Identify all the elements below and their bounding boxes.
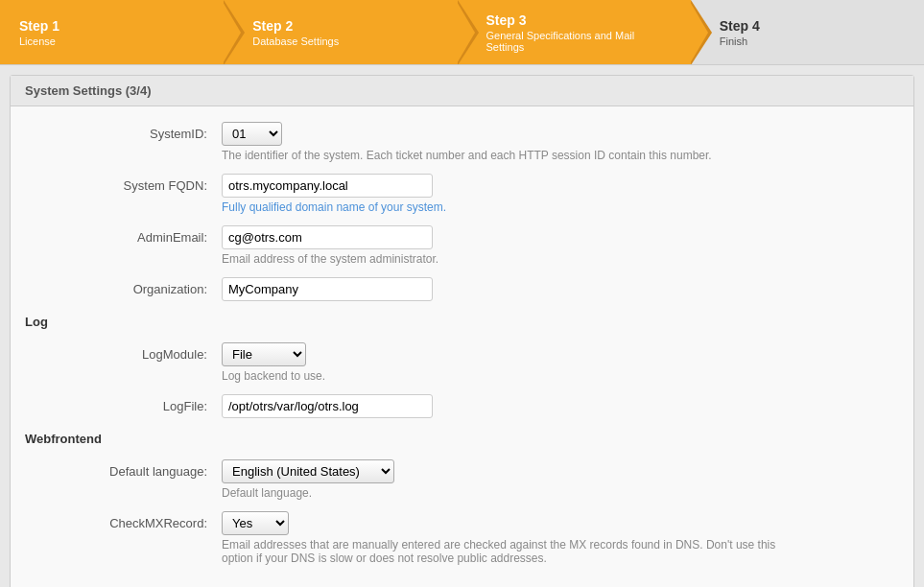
wizard-step-1[interactable]: Step 1 License [0, 0, 224, 64]
fqdn-row: System FQDN: Fully qualified domain name… [11, 168, 913, 220]
defaultlang-row: Default language: English (United States… [11, 454, 913, 505]
step4-number: Step 4 [720, 18, 905, 34]
organization-field [222, 277, 797, 301]
section-header: System Settings (3/4) [11, 76, 913, 106]
webfrontend-section-label: Webfrontend [11, 424, 913, 454]
wizard-step-3[interactable]: Step 3 General Specifications and Mail S… [458, 0, 691, 64]
wizard-step-4[interactable]: Step 4 Finish [691, 0, 924, 64]
adminemail-field: Email address of the system administrato… [222, 225, 797, 266]
checkmx-select[interactable]: Yes No [222, 511, 289, 535]
systemid-row: SystemID: 01 02 03 The identifier of the… [11, 116, 913, 168]
fqdn-help: Fully qualified domain name of your syst… [222, 200, 797, 214]
step1-number: Step 1 [19, 18, 204, 34]
adminemail-row: AdminEmail: Email address of the system … [11, 220, 913, 271]
logmodule-help: Log backend to use. [222, 369, 797, 383]
adminemail-label: AdminEmail: [11, 225, 222, 245]
step1-name: License [19, 35, 204, 47]
log-section-label: Log [11, 307, 913, 337]
fqdn-input[interactable] [222, 174, 433, 198]
step4-name: Finish [720, 35, 905, 47]
wizard-step-2[interactable]: Step 2 Database Settings [224, 0, 457, 64]
logmodule-row: LogModule: File Syslog Log backend to us… [11, 337, 913, 388]
systemid-help: The identifier of the system. Each ticke… [222, 149, 797, 162]
logfile-field [222, 394, 797, 418]
logmodule-field: File Syslog Log backend to use. [222, 342, 797, 383]
logfile-label: LogFile: [11, 394, 222, 413]
checkmx-label: CheckMXRecord: [11, 511, 222, 530]
systemid-select[interactable]: 01 02 03 [222, 122, 282, 146]
form-body: SystemID: 01 02 03 The identifier of the… [11, 106, 913, 580]
logfile-input[interactable] [222, 394, 433, 418]
checkmx-field: Yes No Email addresses that are manually… [222, 511, 797, 565]
section-title: System Settings (3/4) [25, 83, 152, 98]
step2-number: Step 2 [252, 18, 438, 34]
fqdn-field: Fully qualified domain name of your syst… [222, 174, 797, 214]
logmodule-select[interactable]: File Syslog [222, 342, 306, 366]
step2-name: Database Settings [252, 35, 438, 47]
organization-input[interactable] [222, 277, 433, 301]
systemid-label: SystemID: [11, 122, 222, 141]
fqdn-label: System FQDN: [11, 174, 222, 193]
organization-row: Organization: [11, 271, 913, 307]
adminemail-help: Email address of the system administrato… [222, 252, 797, 266]
logfile-row: LogFile: [11, 388, 913, 424]
step3-name: General Specifications and Mail Settings [486, 30, 672, 53]
wizard-steps: Step 1 License Step 2 Database Settings … [0, 0, 924, 65]
defaultlang-select[interactable]: English (United States) German French [222, 459, 394, 483]
defaultlang-help: Default language. [222, 486, 797, 500]
step3-number: Step 3 [486, 12, 672, 28]
adminemail-input[interactable] [222, 225, 433, 249]
checkmx-row: CheckMXRecord: Yes No Email addresses th… [11, 505, 913, 571]
logmodule-label: LogModule: [11, 342, 222, 362]
defaultlang-field: English (United States) German French De… [222, 459, 797, 500]
defaultlang-label: Default language: [11, 459, 222, 479]
checkmx-help: Email addresses that are manually entere… [222, 538, 797, 565]
organization-label: Organization: [11, 277, 222, 296]
main-content: System Settings (3/4) SystemID: 01 02 03… [10, 75, 914, 587]
systemid-field: 01 02 03 The identifier of the system. E… [222, 122, 797, 162]
